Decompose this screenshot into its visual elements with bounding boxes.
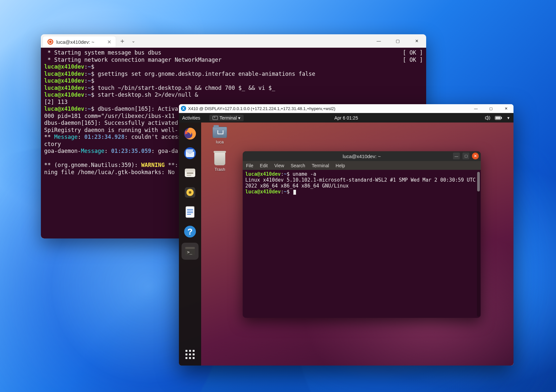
menu-terminal[interactable]: Terminal: [312, 163, 329, 168]
x410-app-icon: X: [181, 106, 186, 111]
svg-rect-1: [501, 117, 502, 119]
volume-icon: [485, 116, 490, 120]
maximize-button[interactable]: ▢: [462, 153, 469, 159]
ubuntu-icon: [47, 39, 53, 45]
svg-rect-14: [187, 211, 193, 211]
gnome-desktop[interactable]: Activities Terminal ▾ Apr 6 01:25 ▼: [179, 113, 513, 366]
gterm-terminal-area[interactable]: luca@x410dev:~$ uname -a Linux x410dev 5…: [243, 170, 481, 318]
svg-rect-12: [186, 206, 194, 218]
chevron-down-icon: ▼: [507, 116, 510, 120]
dock-rhythmbox-icon[interactable]: [182, 184, 199, 201]
svg-rect-2: [495, 117, 500, 119]
activities-button[interactable]: Activities: [182, 115, 200, 121]
gterm-titlebar[interactable]: luca@x410dev: ~ — ▢ ✕: [243, 151, 481, 161]
svg-rect-7: [187, 172, 193, 174]
svg-rect-16: [187, 214, 191, 215]
battery-icon: [495, 116, 502, 120]
maximize-button[interactable]: ▢: [483, 104, 498, 113]
dock-writer-icon[interactable]: [182, 204, 199, 220]
app-menu[interactable]: Terminal ▾: [209, 115, 244, 121]
desktop-icons: luca Trash: [210, 127, 230, 172]
dock-terminal-icon[interactable]: >_: [182, 243, 199, 260]
terminal-icon: [213, 116, 218, 120]
clock[interactable]: Apr 6 01:25: [334, 115, 358, 121]
maximize-button[interactable]: ▢: [388, 34, 407, 47]
wt-tab-ubuntu[interactable]: luca@x410dev: ~ ×: [43, 36, 116, 47]
system-menu[interactable]: ▼: [485, 116, 510, 120]
svg-rect-13: [187, 209, 193, 210]
svg-rect-15: [187, 212, 193, 213]
wt-tab-title: luca@x410dev: ~: [56, 39, 95, 45]
scrollbar[interactable]: [477, 171, 480, 317]
minimize-button[interactable]: —: [453, 153, 460, 159]
x410-titlebar[interactable]: X X410 @ DISPLAY=127.0.0.1:0.0 (+172.21.…: [179, 104, 513, 113]
dock-thunderbird-icon[interactable]: [182, 145, 199, 162]
wt-titlebar[interactable]: luca@x410dev: ~ × ＋ ⌄ — ▢ ✕: [41, 34, 426, 48]
home-folder-icon[interactable]: luca: [210, 127, 230, 144]
close-button[interactable]: ✕: [407, 34, 426, 47]
tab-dropdown-button[interactable]: ⌄: [129, 34, 138, 47]
gnome-terminal-window[interactable]: luca@x410dev: ~ — ▢ ✕ File Edit View Sea…: [243, 151, 481, 318]
menu-view[interactable]: View: [274, 163, 284, 168]
close-button[interactable]: ✕: [498, 104, 513, 113]
x410-title: X410 @ DISPLAY=127.0.0.1:0.0 (+172.21.22…: [188, 106, 335, 111]
show-apps-button[interactable]: [182, 347, 198, 362]
svg-rect-20: [185, 247, 195, 249]
dock-files-icon[interactable]: [182, 164, 199, 181]
gnome-topbar[interactable]: Activities Terminal ▾ Apr 6 01:25 ▼: [179, 113, 513, 122]
new-tab-button[interactable]: ＋: [116, 34, 129, 47]
svg-text:>_: >_: [187, 250, 192, 254]
close-icon[interactable]: ×: [107, 39, 111, 45]
gterm-title-text: luca@x410dev: ~: [343, 154, 381, 159]
gterm-menubar[interactable]: File Edit View Search Terminal Help: [243, 161, 481, 170]
close-button[interactable]: ✕: [472, 153, 479, 159]
gnome-dock[interactable]: ? >_: [179, 122, 201, 366]
menu-help[interactable]: Help: [336, 163, 345, 168]
minimize-button[interactable]: —: [468, 104, 483, 113]
minimize-button[interactable]: —: [369, 34, 388, 47]
svg-rect-6: [185, 169, 195, 172]
menu-edit[interactable]: Edit: [260, 163, 268, 168]
dock-help-icon[interactable]: ?: [182, 223, 199, 240]
svg-rect-8: [187, 175, 191, 176]
menu-file[interactable]: File: [246, 163, 253, 168]
svg-text:?: ?: [187, 227, 193, 237]
cursor: [293, 190, 296, 195]
dock-firefox-icon[interactable]: [182, 125, 199, 142]
svg-point-11: [189, 191, 191, 194]
trash-icon[interactable]: Trash: [210, 152, 230, 172]
menu-search[interactable]: Search: [291, 163, 305, 168]
x410-window[interactable]: X X410 @ DISPLAY=127.0.0.1:0.0 (+172.21.…: [179, 104, 513, 366]
